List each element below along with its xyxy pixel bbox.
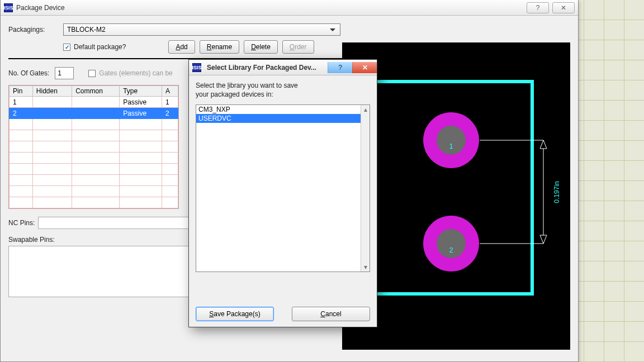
- add-button[interactable]: Add: [168, 40, 195, 54]
- default-package-label: Default package?: [74, 43, 126, 51]
- table-row-empty[interactable]: [10, 130, 178, 141]
- modal-close-button[interactable]: ✕: [352, 62, 377, 73]
- pins-table[interactable]: PinHiddenCommonTypeA 1Passive12Passive2: [8, 85, 179, 209]
- col-a[interactable]: A: [162, 86, 178, 97]
- packagings-value: TBLOCK-M2: [67, 26, 106, 34]
- cancel-button[interactable]: Cancel: [292, 307, 370, 321]
- svg-marker-6: [540, 235, 547, 244]
- main-title-text: Package Device: [16, 4, 65, 12]
- gates-elements-checkbox[interactable]: ✓: [88, 70, 96, 77]
- modal-message: Select the library you want to saveyour …: [196, 81, 370, 99]
- delete-button[interactable]: Delete: [244, 40, 278, 54]
- col-common[interactable]: Common: [72, 86, 120, 97]
- help-button[interactable]: ?: [527, 2, 549, 13]
- col-hidden[interactable]: Hidden: [32, 86, 72, 97]
- listbox-scrollbar[interactable]: ▴ ▾: [361, 105, 370, 272]
- table-row-empty[interactable]: [10, 141, 178, 153]
- ncpins-label: NC Pins:: [8, 219, 35, 227]
- swappable-label: Swapable Pins:: [8, 236, 55, 244]
- scroll-up-icon[interactable]: ▴: [361, 105, 370, 114]
- pad-2-label: 2: [449, 246, 453, 254]
- app-icon: ISIS: [4, 3, 13, 12]
- col-pin[interactable]: Pin: [10, 86, 33, 97]
- pad-1-label: 1: [449, 142, 453, 150]
- default-package-checkbox[interactable]: ✓: [63, 44, 70, 51]
- table-row-empty[interactable]: [10, 186, 178, 197]
- table-row-empty[interactable]: [10, 153, 178, 164]
- scroll-down-icon[interactable]: ▾: [361, 263, 370, 272]
- col-type[interactable]: Type: [120, 86, 162, 97]
- select-library-dialog: ISIS Select Library For Packaged Dev... …: [188, 59, 377, 327]
- modal-app-icon: ISIS: [192, 63, 201, 72]
- gates-input[interactable]: [55, 67, 74, 79]
- main-titlebar: ISIS Package Device ? ✕: [1, 0, 578, 16]
- table-row[interactable]: 2Passive2: [10, 108, 178, 119]
- table-row-empty[interactable]: [10, 164, 178, 175]
- packagings-combo[interactable]: TBLOCK-M2: [63, 23, 340, 36]
- library-listbox[interactable]: CM3_NXPUSERDVC ▴ ▾: [196, 104, 370, 272]
- table-row[interactable]: 1Passive1: [10, 97, 178, 108]
- svg-point-0: [437, 126, 466, 155]
- packagings-label: Packagings:: [8, 26, 58, 34]
- modal-title-text: Select Library For Packaged Dev...: [207, 64, 316, 72]
- dimension-text: 0.197in: [553, 181, 561, 203]
- table-row-empty[interactable]: [10, 197, 178, 208]
- modal-titlebar[interactable]: ISIS Select Library For Packaged Dev... …: [189, 60, 377, 75]
- svg-marker-5: [540, 140, 547, 149]
- gates-label: No. Of Gates:: [8, 69, 49, 77]
- save-packages-button[interactable]: Save Package(s): [196, 307, 274, 321]
- table-row-empty[interactable]: [10, 175, 178, 186]
- gates-hint: Gates (elements) can be: [99, 69, 172, 77]
- table-row-empty[interactable]: [10, 119, 178, 130]
- rename-button[interactable]: Rename: [200, 40, 239, 54]
- close-button[interactable]: ✕: [552, 2, 575, 13]
- modal-help-button[interactable]: ?: [328, 62, 352, 73]
- order-button[interactable]: Order: [282, 40, 314, 54]
- library-item[interactable]: USERDVC: [196, 114, 370, 123]
- library-item[interactable]: CM3_NXP: [196, 105, 370, 114]
